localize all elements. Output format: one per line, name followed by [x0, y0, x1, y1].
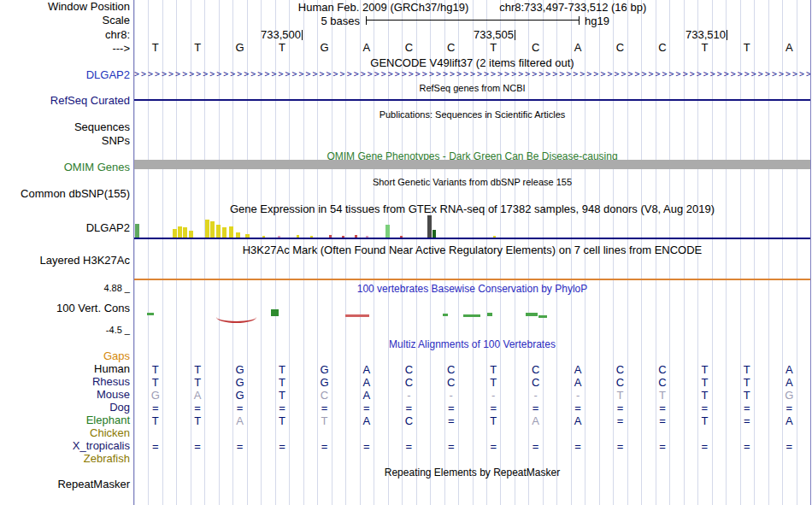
species-label-x_tropicalis[interactable]: X_tropicalis	[73, 440, 130, 452]
alignment-base	[515, 427, 556, 440]
alignment-row-mouse[interactable]: GAGTCA-----TTTTG	[134, 389, 810, 402]
omim-genes-label[interactable]: OMIM Genes	[64, 161, 130, 173]
strand-arrow-label: --->	[112, 43, 130, 55]
alignment-base: =	[768, 402, 810, 414]
alignment-base: A	[556, 363, 598, 376]
repeatmasker-label[interactable]: RepeatMasker	[57, 479, 130, 490]
gtex-bar[interactable]	[432, 230, 436, 238]
gtex-gene-label[interactable]: DLGAP2	[86, 222, 130, 234]
gencode-gene-label[interactable]: DLGAP2	[86, 69, 130, 81]
base-letter: C	[515, 41, 556, 54]
species-label-rhesus[interactable]: Rhesus	[92, 376, 130, 388]
alignment-base: =	[303, 402, 345, 414]
base-letter: T	[726, 41, 768, 54]
gtex-bar[interactable]	[385, 225, 390, 238]
alignment-base: =	[261, 440, 303, 453]
gtex-bar[interactable]	[135, 224, 139, 238]
alignment-base	[176, 453, 218, 466]
gtex-bar[interactable]	[183, 227, 187, 238]
alignment-base: T	[176, 363, 218, 376]
alignment-base: =	[345, 402, 387, 414]
alignment-base: T	[599, 389, 641, 402]
alignment-base: =	[599, 440, 641, 453]
base-letter: T	[261, 41, 303, 54]
scale-value: 5 bases	[134, 15, 360, 27]
alignment-row-x_tropicalis[interactable]: ================	[134, 440, 810, 453]
species-label-zebrafish[interactable]: Zebrafish	[84, 453, 130, 465]
snps-label[interactable]: SNPs	[102, 135, 130, 147]
publications-title: Publications: Sequences in Scientific Ar…	[134, 109, 810, 120]
alignment-base: A	[768, 363, 810, 376]
gtex-bar[interactable]	[216, 225, 221, 238]
alignment-base: T	[726, 389, 768, 402]
gtex-bar[interactable]	[178, 226, 182, 238]
gtex-bar[interactable]	[222, 227, 227, 238]
alignment-base: T	[684, 376, 726, 389]
alignment-row-rhesus[interactable]: TTGTGACCTCACCTTA	[134, 376, 810, 389]
alignment-base: -	[388, 389, 430, 402]
alignment-base: =	[515, 440, 556, 453]
alignment-base	[303, 453, 345, 466]
species-label-mouse[interactable]: Mouse	[97, 389, 130, 401]
gtex-bar[interactable]	[210, 221, 215, 238]
alignment-base: T	[261, 376, 303, 389]
alignment-base	[515, 453, 556, 466]
gtex-bar[interactable]	[173, 229, 177, 238]
alignment-base: C	[515, 363, 556, 376]
omim-track-bar[interactable]	[134, 160, 810, 169]
gtex-bar[interactable]	[229, 226, 233, 238]
base-letter: G	[303, 41, 345, 54]
position-tick-label: 733,510	[662, 29, 726, 41]
species-label-elephant[interactable]: Elephant	[86, 414, 130, 426]
alignment-base: G	[768, 389, 810, 402]
alignment-base	[303, 427, 345, 440]
position-tick-label: 733,505	[450, 29, 514, 41]
alignment-base: A	[768, 414, 810, 427]
base-letter: C	[430, 41, 472, 54]
base-letter: C	[641, 41, 683, 54]
vert-cons-label[interactable]: 100 Vert. Cons	[56, 302, 130, 314]
alignment-row-zebrafish[interactable]	[134, 453, 810, 466]
alignment-base: C	[515, 376, 556, 389]
alignment-base: T	[684, 414, 726, 427]
assembly-text: Human Feb. 2009 (GRCh37/hg19)	[298, 1, 468, 14]
alignment-row-elephant[interactable]: TTATTAC=TAA==T=A	[134, 414, 810, 427]
refseq-curated-label[interactable]: RefSeq Curated	[50, 95, 130, 107]
sidebar: Window Position Scale chr8: ---> DLGAP2 …	[0, 0, 132, 505]
position-header: Human Feb. 2009 (GRCh37/hg19) chr8:733,4…	[134, 1, 810, 14]
alignment-base: =	[684, 402, 726, 414]
base-letter: C	[599, 41, 641, 54]
gtex-bar[interactable]	[205, 220, 209, 238]
species-label-chicken[interactable]: Chicken	[90, 427, 130, 439]
alignment-base: =	[134, 402, 176, 414]
gaps-label[interactable]: Gaps	[103, 350, 130, 362]
layered-h3k27ac-label[interactable]: Layered H3K27Ac	[39, 255, 130, 267]
gtex-bar-track[interactable]	[134, 214, 810, 238]
alignment-row-human[interactable]: TTGTGACCTCACCTTA	[134, 363, 810, 376]
gtex-bar[interactable]	[189, 231, 193, 238]
species-label-human[interactable]: Human	[94, 363, 130, 375]
refseq-track-line[interactable]	[134, 99, 810, 101]
h3k27ac-track-line[interactable]	[134, 279, 810, 280]
position-tick	[515, 30, 515, 40]
multiz-track[interactable]: TTGTGACCTCACCTTATTGTGACCTCACCTTAGAGTCA--…	[134, 363, 810, 467]
alignment-base: A	[345, 363, 387, 376]
alignment-base: C	[430, 363, 472, 376]
alignment-row-chicken[interactable]	[134, 427, 810, 440]
alignment-base: =	[176, 440, 218, 453]
alignment-base: T	[176, 376, 218, 389]
alignment-base: =	[726, 440, 768, 453]
gtex-bar[interactable]	[427, 215, 432, 238]
alignment-base: =	[261, 402, 303, 414]
scale-assembly: hg19	[585, 15, 609, 27]
sequences-label[interactable]: Sequences	[74, 121, 130, 133]
alignment-base: C	[430, 376, 472, 389]
conservation-track[interactable]	[134, 282, 810, 335]
alignment-row-dog[interactable]: ================	[134, 402, 810, 414]
gencode-arrow-track[interactable]: >>>>>>>>>>>>>>>>>>>>>>>>>>>>>>>>>>>>>>>>…	[134, 69, 810, 79]
alignment-base: G	[303, 363, 345, 376]
species-label-dog[interactable]: Dog	[109, 402, 130, 414]
common-dbsnp-label[interactable]: Common dbSNP(155)	[21, 188, 130, 200]
alignment-base: =	[768, 440, 810, 453]
alignment-base: A	[345, 376, 387, 389]
